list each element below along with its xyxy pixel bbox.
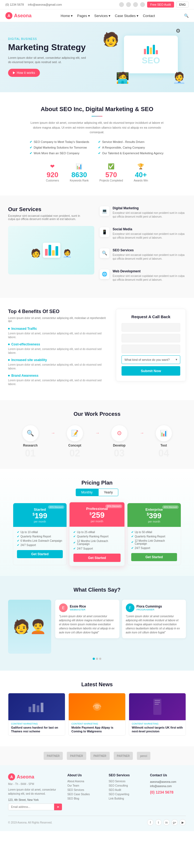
footer-link[interactable]: SEO Services (67, 788, 103, 792)
partner-logo-5: penci (137, 752, 150, 760)
social-media-icon: 📱 (100, 227, 109, 237)
youtube-footer-icon[interactable]: ▶ (180, 819, 186, 826)
callback-service-select[interactable]: What kind of service do you want? ▾ (122, 355, 180, 364)
get-started-button-3[interactable]: Get Started (131, 553, 177, 561)
language-button[interactable]: ENG (176, 2, 189, 7)
svg-rect-2 (37, 705, 39, 712)
pricing-card-professional: 30% Discount Professional $259 per month… (69, 502, 125, 566)
how-it-works-button[interactable]: How it works (8, 69, 40, 77)
avatar-1: E (59, 603, 68, 612)
stat-keywords: 📊 8630 Keywords Rank (70, 163, 89, 182)
testimonial-card-2: F Flora Cummings PROGRAMMER "Lorem ipsum… (122, 600, 186, 638)
partner-logo-1: PARTNER (44, 752, 63, 760)
facebook-icon[interactable] (119, 2, 124, 7)
callback-email-field[interactable] (122, 334, 180, 342)
stat-awards: 🏆 40+ Awards Win (134, 163, 148, 182)
callback-submit-button[interactable]: Submit Now (122, 366, 180, 376)
email-address: info@aseona@gmail.com (28, 3, 62, 6)
plan-per-started: per month (17, 520, 63, 523)
tab-monthly[interactable]: Monthly (76, 489, 98, 496)
client-name-1: Essie Rice (70, 604, 86, 608)
hero-tag: DIGITAL BUSINESS (8, 37, 89, 40)
svg-rect-8 (155, 702, 160, 703)
testimonial-avatar-1: E Essie Rice WEBMASTER (59, 603, 116, 612)
footer-link[interactable]: SEO Blog (67, 797, 103, 800)
testimonial-text-1: "Lorem ipsum dolor sit amet consectetur … (59, 614, 116, 634)
services-left: Our Services Excepteur sint occaecat cup… (8, 206, 94, 287)
news-title-1[interactable]: Galiford saves hardest for last on Thame… (8, 725, 65, 736)
svg-rect-9 (155, 704, 159, 705)
nav-contact[interactable]: Contact (143, 14, 155, 18)
pricing-body-professional: ✔Up to 25 eMail ✔Quarterly Ranking Repor… (69, 527, 125, 566)
top-bar: (0) 1234 5678 info@aseona@gmail.com Free… (0, 0, 194, 9)
nav-case-studies[interactable]: Case Studies ▾ (115, 14, 138, 18)
footer-phone[interactable]: (0) 1234 5678 (150, 790, 186, 795)
linkedin-footer-icon[interactable]: in (163, 819, 170, 826)
footer-link[interactable]: Link Building (108, 797, 144, 800)
footer-link[interactable]: SEO Audit (108, 788, 144, 792)
linkedin-icon[interactable] (133, 2, 138, 7)
dot-2[interactable] (96, 658, 98, 660)
benefit-traffic: Increased Traffic Lorem ipsum dolor sit … (8, 327, 110, 339)
footer-email-input[interactable] (8, 804, 54, 810)
get-started-button-1[interactable]: Get Started (17, 550, 63, 558)
nav-links: Home ▾ Pages ▾ Services ▾ Case Studies ▾… (61, 14, 155, 18)
benefits-section: Top 4 Benefits Of SEO Lorem ipsum dolor … (0, 298, 194, 400)
service-social-media-text: Social Media Excepteur sint occaecat cup… (112, 227, 186, 245)
free-audit-button[interactable]: Free SEO Audit (147, 2, 174, 7)
callback-name-field[interactable] (122, 323, 180, 332)
facebook-footer-icon[interactable]: f (147, 819, 154, 826)
nav-services[interactable]: Services ▾ (94, 14, 110, 18)
footer-link[interactable]: Our Team (67, 784, 103, 787)
logo[interactable]: A Aseona (5, 12, 32, 19)
news-title-2[interactable]: Mobile Payment App Alipay is Coming to W… (69, 725, 125, 736)
hero-title: Marketing Strategy (8, 42, 89, 52)
service-web-dev: 🌐 Web Development Excepteur sint occaeca… (100, 269, 186, 287)
check-item: ✔SEO Company to Meet Today's Standards (30, 140, 96, 144)
pricing-card-enterprise: 40% Discount Enterprise $399 per month ✔… (127, 503, 181, 565)
googleplus-icon[interactable] (140, 2, 145, 7)
process-title: Our Work Process (8, 411, 186, 417)
testimonials-title: What Clients Say? (8, 587, 186, 593)
svg-rect-1 (33, 704, 35, 712)
testimonials-figure: 🧑🧑‍🦱 (8, 600, 51, 654)
footer-link[interactable]: SEO Consulting (108, 784, 144, 787)
search-icon[interactable]: 🔍 (184, 13, 189, 18)
awards-label: Awards Win (134, 179, 148, 182)
twitter-footer-icon[interactable]: t (155, 819, 162, 826)
dot-1[interactable] (93, 658, 95, 660)
footer-link[interactable]: SEO Copywriting (108, 793, 144, 796)
news-card-2: CONTENT MARKETING Mobile Payment App Ali… (68, 693, 126, 736)
heart-icon: ❤ (46, 163, 59, 169)
googleplus-footer-icon[interactable]: g+ (171, 819, 178, 826)
customers-count: 920 (46, 171, 59, 179)
stats-row: ❤ 920 Customers 📊 8630 Keywords Rank ✅ 5… (8, 163, 186, 182)
hero-figure-3: 🧑‍💼 (172, 71, 186, 84)
footer-description: Lorem ipsum dolor sit amet, consectetur … (8, 788, 62, 796)
hero-text: DIGITAL BUSINESS Marketing Strategy Lore… (8, 37, 89, 76)
pricing-feature: ✔12 Months Link Outreach Campaign (73, 539, 121, 546)
dot-3[interactable] (99, 658, 101, 660)
benefit-cost-title: Cost-effectiveness (8, 342, 110, 346)
footer-link[interactable]: About Aseona (67, 780, 103, 783)
footer-subscribe-button[interactable]: ➤ (54, 804, 62, 810)
concept-num: 02 (53, 448, 97, 458)
pricing-feature: ✔24/7 Support (17, 544, 63, 547)
footer-link[interactable]: SEO Case Studies (67, 793, 103, 796)
get-started-button-2[interactable]: Get Started (73, 554, 121, 562)
pricing-feature: ✔Up to 10 eMail (17, 531, 63, 534)
testimonial-avatar-2: F Flora Cummings PROGRAMMER (126, 603, 183, 612)
footer: A Aseona Mar - Th - 8AM - 5PM Lorem ipsu… (0, 765, 194, 831)
nav-pages[interactable]: Pages ▾ (77, 14, 90, 18)
contact-email-2: info@aseona.com (150, 784, 186, 788)
news-title-3[interactable]: Willmott school targets UK first with ne… (129, 725, 186, 736)
footer-logo[interactable]: A Aseona (8, 773, 62, 780)
avatar-2: F (126, 603, 134, 612)
develop-label: Develop (97, 443, 141, 447)
callback-phone-field[interactable] (122, 345, 180, 353)
footer-link[interactable]: SEO Services (108, 780, 144, 783)
tab-yearly[interactable]: Yearly (98, 489, 119, 496)
nav-home[interactable]: Home ▾ (61, 14, 73, 18)
twitter-icon[interactable] (126, 2, 131, 7)
check-item: ✔Work More than an SEO Company (30, 152, 96, 155)
